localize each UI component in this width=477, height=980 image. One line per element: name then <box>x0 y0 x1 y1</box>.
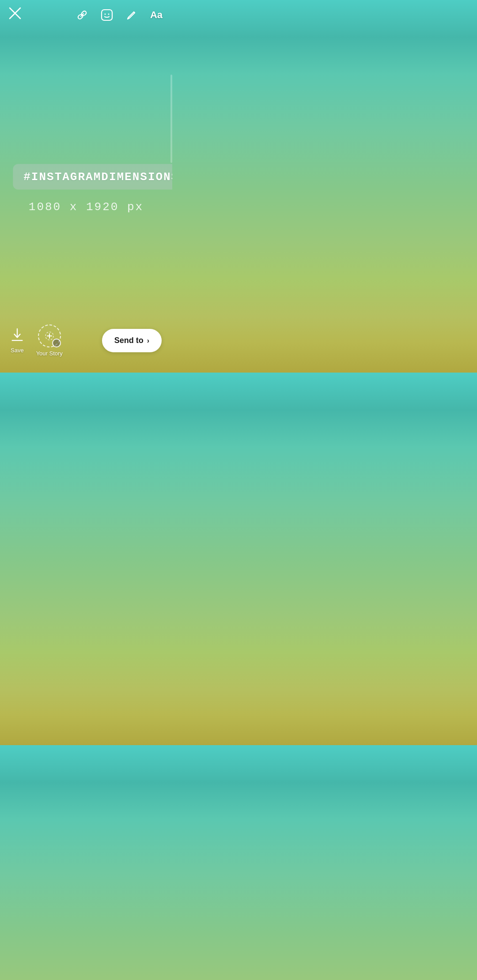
your-story-label: Your Story <box>36 350 63 357</box>
side-progress-bar <box>170 75 172 163</box>
text-button[interactable]: Aa <box>149 8 163 22</box>
svg-rect-2 <box>102 10 112 20</box>
story-canvas: Aa #INSTAGRAMDIMENSIONS 1080 x 1920 px S… <box>0 0 172 373</box>
hashtag-text: #INSTAGRAMDIMENSIONS <box>23 170 172 184</box>
toolbar-right: Aa <box>75 8 163 22</box>
save-button[interactable]: Save <box>11 328 24 354</box>
sticker-button[interactable] <box>100 8 114 22</box>
dimensions-text: 1080 x 1920 px <box>13 200 159 214</box>
close-button[interactable] <box>9 7 21 23</box>
save-icon <box>11 328 23 344</box>
svg-point-4 <box>108 13 110 15</box>
bottom-left-actions: Save Your Story <box>11 324 63 357</box>
send-to-label: Send to <box>114 336 144 345</box>
your-story-button[interactable]: Your Story <box>36 324 63 357</box>
chevron-right-icon: › <box>147 337 149 345</box>
send-to-button[interactable]: Send to › <box>102 329 162 352</box>
center-content: #INSTAGRAMDIMENSIONS 1080 x 1920 px <box>13 164 159 214</box>
hashtag-badge: #INSTAGRAMDIMENSIONS <box>13 164 172 190</box>
svg-point-3 <box>105 13 106 15</box>
bottom-toolbar: Save Your Story Send to › <box>0 316 172 373</box>
save-label: Save <box>11 347 24 354</box>
your-story-icon <box>38 324 61 347</box>
top-toolbar: Aa <box>0 0 172 30</box>
link-button[interactable] <box>75 8 89 22</box>
draw-button[interactable] <box>125 8 139 22</box>
